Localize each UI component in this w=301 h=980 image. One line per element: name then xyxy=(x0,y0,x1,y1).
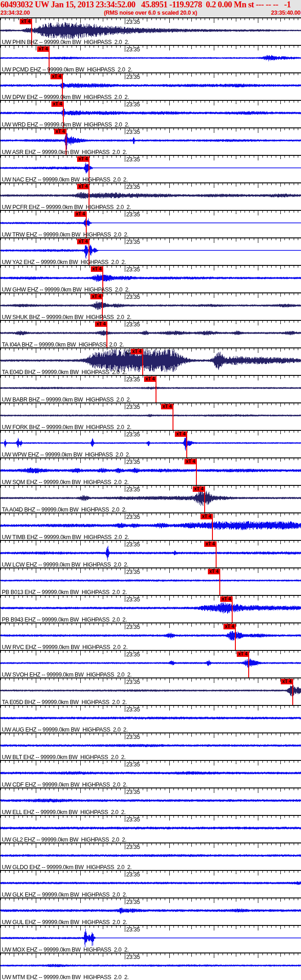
minute-tick-label: 23:35 xyxy=(126,294,140,300)
pick-flag[interactable]: xT 4 xyxy=(237,651,249,657)
window-end-time: 23:35:40.00 xyxy=(271,10,301,16)
pick-flag[interactable]: xT 4 xyxy=(50,74,62,79)
minute-tick-label: 23:35 xyxy=(126,789,140,795)
minute-tick-label: 23:35 xyxy=(126,871,140,878)
pick-flag[interactable]: xT 4 xyxy=(95,321,107,327)
minute-tick-label: 23:35 xyxy=(126,514,140,520)
pick-flag[interactable]: xT 4 xyxy=(20,19,32,24)
rms-scaling-note: (RMS noise over 6.0 s scaled 20.0 x) xyxy=(104,10,197,16)
pick-line xyxy=(204,486,205,512)
trace-row-34: 23:35 UW MTM EHZ -- 99999.0km BW HIGHPAS… xyxy=(0,952,301,980)
trace-row-4: 23:35 xT 4 UW ASR EHZ -- 99999.0km BW HI… xyxy=(0,127,301,155)
station-label: TA I04A BHZ -- 99999.0km BW HIGHPASS 2.0… xyxy=(2,341,124,348)
station-label: UW WPW EHZ -- 99999.0km BW HIGHPASS 2.0 … xyxy=(2,451,130,458)
pick-flag[interactable]: xT 4 xyxy=(54,129,66,134)
trace-row-1: 23:35 xT 4 UW PCMD EHZ -- 99999.0km BW H… xyxy=(0,45,301,72)
minute-tick-label: 23:35 xyxy=(126,486,140,493)
pick-flag[interactable]: xT 4 xyxy=(161,404,173,409)
pick-flag[interactable]: xT 4 xyxy=(131,349,143,354)
station-label: UW TIMB EHZ -- 99999.0km BW HIGHPASS 2.0… xyxy=(2,534,129,540)
station-label: UW YA2 EHZ -- 99999.0km BW HIGHPASS 2.0 … xyxy=(2,259,126,265)
station-label: UW PCFR EHZ -- 99999.0km BW HIGHPASS 2.0… xyxy=(2,204,131,210)
pick-flag[interactable]: xT 4 xyxy=(51,101,63,107)
trace-row-32: 23:35 UW GUL EHZ -- 99999.0km BW HIGHPAS… xyxy=(0,897,301,925)
pick-flag[interactable]: xT 4 xyxy=(77,184,89,189)
trace-row-2: 23:35 xT 4 UW DPW EHZ -- 99999.0km BW HI… xyxy=(0,72,301,100)
trace-row-20: 23:35 xT 4 PB B013 EHZ -- 99999.0km BW H… xyxy=(0,567,301,595)
pick-flag[interactable]: xT 4 xyxy=(77,239,89,244)
trace-row-31: 23:35 UW GLK EHZ -- 99999.0km BW HIGHPAS… xyxy=(0,870,301,897)
trace-row-18: 23:35 xT 4 UW TIMB EHZ -- 99999.0km BW H… xyxy=(0,512,301,540)
trace-row-6: 23:35 xT 4 UW PCFR EHZ -- 99999.0km BW H… xyxy=(0,182,301,210)
pick-line xyxy=(235,624,236,650)
station-label: UW WRD EHZ -- 99999.0km BW HIGHPASS 2.0 … xyxy=(2,121,129,128)
station-label: UW GLDO EHZ -- 99999.0km BW HIGHPASS 2.0… xyxy=(2,864,132,870)
pick-flag[interactable]: xT 4 xyxy=(144,376,156,382)
station-label: UW SVOH EHZ -- 99999.0km BW HIGHPASS 2.0… xyxy=(2,672,132,678)
minute-tick-label: 23:35 xyxy=(126,101,140,108)
minute-tick-label: 23:35 xyxy=(126,734,140,740)
trace-row-14: 23:35 xT 4 UW FORK BHZ -- 99999.0km BW H… xyxy=(0,402,301,430)
event-summary-line: 60493032 UW Jan 15, 2013 23:34:52.00 45.… xyxy=(0,0,301,10)
station-label: TA E04D BHZ -- 99999.0km BW HIGHPASS 2.0… xyxy=(2,369,127,375)
station-label: UW AUG EHZ -- 99999.0km BW HIGHPASS 2.0 … xyxy=(2,727,128,733)
minute-tick-label: 23:35 xyxy=(126,651,140,658)
pick-line xyxy=(186,431,187,457)
pick-line xyxy=(232,596,233,622)
pick-flag[interactable]: xT 4 xyxy=(175,431,187,437)
trace-row-5: 23:35 xT 4 UW NAC EHZ -- 99999.0km BW HI… xyxy=(0,155,301,182)
trace-row-13: 23:35 xT 4 UW BABR BHZ -- 99999.0km BW H… xyxy=(0,375,301,402)
station-label: UW LCW EHZ -- 99999.0km BW HIGHPASS 2.0 … xyxy=(2,562,128,568)
time-window-bar: 23:34:32.00 (RMS noise over 6.0 s scaled… xyxy=(0,10,301,16)
station-label: UW RVC EHZ -- 99999.0km BW HIGHPASS 2.0 … xyxy=(2,644,128,650)
minute-tick-label: 23:35 xyxy=(126,761,140,768)
minute-tick-label: 23:35 xyxy=(126,19,140,25)
minute-tick-label: 23:35 xyxy=(126,431,140,438)
minute-tick-label: 23:35 xyxy=(126,266,140,273)
minute-tick-label: 23:35 xyxy=(126,844,140,850)
pick-flag[interactable]: xT 4 xyxy=(223,624,235,629)
pick-flag[interactable]: xT 4 xyxy=(220,596,232,602)
pick-flag[interactable]: xT 4 xyxy=(184,459,196,464)
pick-flag[interactable]: xT 4 xyxy=(208,569,220,574)
pick-flag[interactable]: xT 4 xyxy=(193,486,205,492)
station-label: UW MOX EHZ -- 99999.0km BW HIGHPASS 2.0 … xyxy=(2,947,128,953)
pick-flag[interactable]: xT 4 xyxy=(74,211,86,217)
station-label: UW NAC EHZ -- 99999.0km BW HIGHPASS 2.0 … xyxy=(2,176,128,183)
trace-row-33: 23:35 UW MOX EHZ -- 99999.0km BW HIGHPAS… xyxy=(0,925,301,952)
trace-row-0: 23:35 xT 4 UW PHIN BHZ -- 99999.0km BW H… xyxy=(0,17,301,45)
pick-flag[interactable]: xT 4 xyxy=(204,541,216,547)
pick-flag[interactable]: xT 4 xyxy=(281,679,293,684)
trace-row-25: 23:35 UW AUG EHZ -- 99999.0km BW HIGHPAS… xyxy=(0,705,301,732)
trace-row-29: 23:35 UW GL2 EHZ -- 99999.0km BW HIGHPAS… xyxy=(0,815,301,842)
station-label: UW TRW EHZ -- 99999.0km BW HIGHPASS 2.0 … xyxy=(2,231,128,238)
trace-row-26: 23:35 UW BLT EHZ -- 99999.0km BW HIGHPAS… xyxy=(0,732,301,760)
trace-section: 23:35 xT 4 UW PHIN BHZ -- 99999.0km BW H… xyxy=(0,17,301,980)
station-label: PB B013 EHZ -- 99999.0km BW HIGHPASS 2.0… xyxy=(2,589,127,595)
pick-flag[interactable]: xT 4 xyxy=(91,266,103,272)
minute-tick-label: 23:35 xyxy=(126,184,140,190)
station-label: UW GHW EHZ -- 99999.0km BW HIGHPASS 2.0 … xyxy=(2,286,129,293)
pick-line xyxy=(173,404,173,430)
station-label: UW ELL EHZ -- 99999.0km BW HIGHPASS 2.0 … xyxy=(2,809,126,815)
pick-flag[interactable]: xT 4 xyxy=(90,294,102,299)
minute-tick-label: 23:35 xyxy=(126,46,140,53)
station-label: UW GUL EHZ -- 99999.0km BW HIGHPASS 2.0 … xyxy=(2,919,127,925)
pick-line xyxy=(216,541,217,567)
pick-flag[interactable]: xT 4 xyxy=(77,156,89,162)
station-label: UW PCMD EHZ -- 99999.0km BW HIGHPASS 2.0… xyxy=(2,66,132,73)
minute-tick-label: 23:35 xyxy=(126,706,140,713)
minute-tick-label: 23:35 xyxy=(126,459,140,465)
station-label: UW SQM EHZ -- 99999.0km BW HIGHPASS 2.0 … xyxy=(2,479,128,485)
pick-flag[interactable]: xT 4 xyxy=(37,46,49,52)
trace-row-10: 23:35 xT 4 UW SHUK BHZ -- 99999.0km BW H… xyxy=(0,292,301,320)
trace-row-17: 23:35 xT 4 TA A04D BHZ -- 99999.0km BW H… xyxy=(0,485,301,512)
trace-row-22: 23:35 xT 4 UW RVC EHZ -- 99999.0km BW HI… xyxy=(0,622,301,650)
trace-row-11: 23:35 xT 4 TA I04A BHZ -- 99999.0km BW H… xyxy=(0,320,301,347)
trace-row-9: 23:35 xT 4 UW GHW EHZ -- 99999.0km BW HI… xyxy=(0,265,301,292)
seismic-review-window: 60493032 UW Jan 15, 2013 23:34:52.00 45.… xyxy=(0,0,301,980)
station-label: UW PHIN BHZ -- 99999.0km BW HIGHPASS 2.0… xyxy=(2,39,129,45)
trace-row-21: 23:35 xT 4 PB B943 EHZ -- 99999.0km BW H… xyxy=(0,595,301,622)
trace-row-19: 23:35 xT 4 UW LCW EHZ -- 99999.0km BW HI… xyxy=(0,540,301,567)
pick-flag[interactable]: xT 4 xyxy=(201,514,212,519)
